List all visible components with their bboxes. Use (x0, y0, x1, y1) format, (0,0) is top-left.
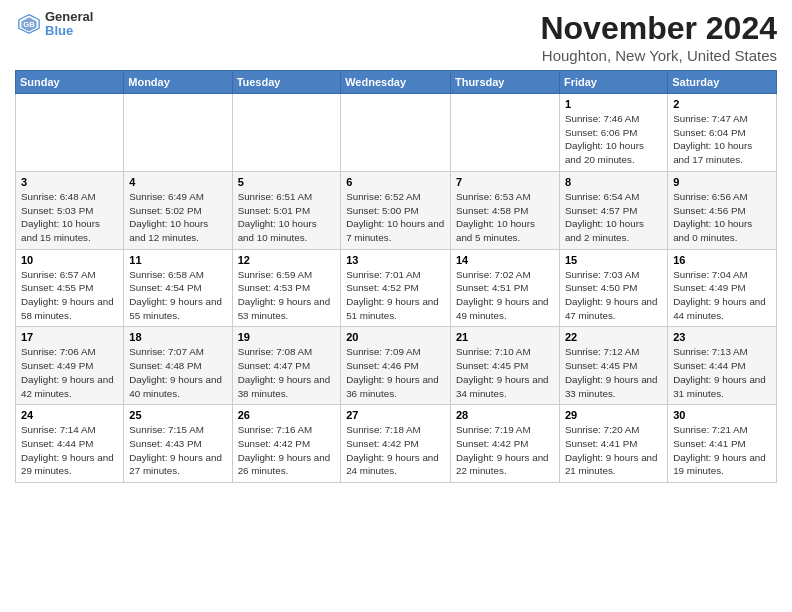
header: GB General Blue November 2024 Houghton, … (15, 10, 777, 64)
day-info: Sunrise: 7:20 AM Sunset: 4:41 PM Dayligh… (565, 423, 662, 478)
calendar-cell: 1Sunrise: 7:46 AM Sunset: 6:06 PM Daylig… (559, 94, 667, 172)
calendar-cell: 23Sunrise: 7:13 AM Sunset: 4:44 PM Dayli… (668, 327, 777, 405)
calendar-cell: 17Sunrise: 7:06 AM Sunset: 4:49 PM Dayli… (16, 327, 124, 405)
day-info: Sunrise: 7:08 AM Sunset: 4:47 PM Dayligh… (238, 345, 336, 400)
calendar-cell: 21Sunrise: 7:10 AM Sunset: 4:45 PM Dayli… (450, 327, 559, 405)
day-number: 9 (673, 176, 771, 188)
day-number: 12 (238, 254, 336, 266)
calendar-cell: 26Sunrise: 7:16 AM Sunset: 4:42 PM Dayli… (232, 405, 341, 483)
day-number: 11 (129, 254, 226, 266)
calendar-cell (450, 94, 559, 172)
day-number: 3 (21, 176, 118, 188)
calendar-cell: 25Sunrise: 7:15 AM Sunset: 4:43 PM Dayli… (124, 405, 232, 483)
day-number: 4 (129, 176, 226, 188)
calendar-week-row: 17Sunrise: 7:06 AM Sunset: 4:49 PM Dayli… (16, 327, 777, 405)
logo-general-text: General (45, 10, 93, 24)
month-title: November 2024 (540, 10, 777, 47)
calendar-header-row: SundayMondayTuesdayWednesdayThursdayFrid… (16, 71, 777, 94)
day-number: 19 (238, 331, 336, 343)
day-number: 18 (129, 331, 226, 343)
calendar-cell: 24Sunrise: 7:14 AM Sunset: 4:44 PM Dayli… (16, 405, 124, 483)
day-info: Sunrise: 7:02 AM Sunset: 4:51 PM Dayligh… (456, 268, 554, 323)
day-info: Sunrise: 6:48 AM Sunset: 5:03 PM Dayligh… (21, 190, 118, 245)
calendar-cell: 11Sunrise: 6:58 AM Sunset: 4:54 PM Dayli… (124, 249, 232, 327)
day-of-week-header: Thursday (450, 71, 559, 94)
day-info: Sunrise: 7:13 AM Sunset: 4:44 PM Dayligh… (673, 345, 771, 400)
calendar-cell: 16Sunrise: 7:04 AM Sunset: 4:49 PM Dayli… (668, 249, 777, 327)
day-info: Sunrise: 6:58 AM Sunset: 4:54 PM Dayligh… (129, 268, 226, 323)
day-info: Sunrise: 7:06 AM Sunset: 4:49 PM Dayligh… (21, 345, 118, 400)
main-container: GB General Blue November 2024 Houghton, … (0, 0, 792, 493)
day-info: Sunrise: 7:07 AM Sunset: 4:48 PM Dayligh… (129, 345, 226, 400)
day-info: Sunrise: 6:59 AM Sunset: 4:53 PM Dayligh… (238, 268, 336, 323)
calendar-cell (341, 94, 451, 172)
day-info: Sunrise: 6:57 AM Sunset: 4:55 PM Dayligh… (21, 268, 118, 323)
calendar-cell: 13Sunrise: 7:01 AM Sunset: 4:52 PM Dayli… (341, 249, 451, 327)
calendar-cell: 14Sunrise: 7:02 AM Sunset: 4:51 PM Dayli… (450, 249, 559, 327)
calendar-cell: 30Sunrise: 7:21 AM Sunset: 4:41 PM Dayli… (668, 405, 777, 483)
day-number: 15 (565, 254, 662, 266)
calendar-cell (124, 94, 232, 172)
day-number: 24 (21, 409, 118, 421)
day-info: Sunrise: 7:21 AM Sunset: 4:41 PM Dayligh… (673, 423, 771, 478)
calendar-cell: 22Sunrise: 7:12 AM Sunset: 4:45 PM Dayli… (559, 327, 667, 405)
calendar-cell (16, 94, 124, 172)
day-info: Sunrise: 6:49 AM Sunset: 5:02 PM Dayligh… (129, 190, 226, 245)
calendar-cell (232, 94, 341, 172)
day-number: 30 (673, 409, 771, 421)
day-info: Sunrise: 7:10 AM Sunset: 4:45 PM Dayligh… (456, 345, 554, 400)
day-number: 14 (456, 254, 554, 266)
day-number: 27 (346, 409, 445, 421)
day-number: 25 (129, 409, 226, 421)
day-info: Sunrise: 7:12 AM Sunset: 4:45 PM Dayligh… (565, 345, 662, 400)
calendar-week-row: 10Sunrise: 6:57 AM Sunset: 4:55 PM Dayli… (16, 249, 777, 327)
day-of-week-header: Friday (559, 71, 667, 94)
day-info: Sunrise: 7:18 AM Sunset: 4:42 PM Dayligh… (346, 423, 445, 478)
calendar-cell: 27Sunrise: 7:18 AM Sunset: 4:42 PM Dayli… (341, 405, 451, 483)
calendar-cell: 20Sunrise: 7:09 AM Sunset: 4:46 PM Dayli… (341, 327, 451, 405)
day-info: Sunrise: 7:47 AM Sunset: 6:04 PM Dayligh… (673, 112, 771, 167)
day-info: Sunrise: 7:16 AM Sunset: 4:42 PM Dayligh… (238, 423, 336, 478)
day-number: 10 (21, 254, 118, 266)
day-info: Sunrise: 6:53 AM Sunset: 4:58 PM Dayligh… (456, 190, 554, 245)
logo-blue-text: Blue (45, 24, 93, 38)
day-of-week-header: Tuesday (232, 71, 341, 94)
day-info: Sunrise: 7:03 AM Sunset: 4:50 PM Dayligh… (565, 268, 662, 323)
day-number: 5 (238, 176, 336, 188)
logo-icon: GB (15, 13, 43, 35)
day-number: 26 (238, 409, 336, 421)
calendar-cell: 8Sunrise: 6:54 AM Sunset: 4:57 PM Daylig… (559, 171, 667, 249)
day-number: 2 (673, 98, 771, 110)
calendar-cell: 5Sunrise: 6:51 AM Sunset: 5:01 PM Daylig… (232, 171, 341, 249)
title-section: November 2024 Houghton, New York, United… (540, 10, 777, 64)
day-number: 22 (565, 331, 662, 343)
calendar-cell: 15Sunrise: 7:03 AM Sunset: 4:50 PM Dayli… (559, 249, 667, 327)
day-number: 8 (565, 176, 662, 188)
calendar-cell: 7Sunrise: 6:53 AM Sunset: 4:58 PM Daylig… (450, 171, 559, 249)
day-number: 1 (565, 98, 662, 110)
day-info: Sunrise: 6:51 AM Sunset: 5:01 PM Dayligh… (238, 190, 336, 245)
calendar-cell: 2Sunrise: 7:47 AM Sunset: 6:04 PM Daylig… (668, 94, 777, 172)
day-of-week-header: Saturday (668, 71, 777, 94)
day-of-week-header: Sunday (16, 71, 124, 94)
calendar-cell: 4Sunrise: 6:49 AM Sunset: 5:02 PM Daylig… (124, 171, 232, 249)
day-number: 23 (673, 331, 771, 343)
day-info: Sunrise: 6:52 AM Sunset: 5:00 PM Dayligh… (346, 190, 445, 245)
calendar-cell: 6Sunrise: 6:52 AM Sunset: 5:00 PM Daylig… (341, 171, 451, 249)
day-info: Sunrise: 6:56 AM Sunset: 4:56 PM Dayligh… (673, 190, 771, 245)
calendar-cell: 18Sunrise: 7:07 AM Sunset: 4:48 PM Dayli… (124, 327, 232, 405)
day-number: 20 (346, 331, 445, 343)
logo: GB General Blue (15, 10, 93, 39)
day-number: 29 (565, 409, 662, 421)
day-info: Sunrise: 7:19 AM Sunset: 4:42 PM Dayligh… (456, 423, 554, 478)
day-number: 7 (456, 176, 554, 188)
calendar-cell: 29Sunrise: 7:20 AM Sunset: 4:41 PM Dayli… (559, 405, 667, 483)
day-info: Sunrise: 7:09 AM Sunset: 4:46 PM Dayligh… (346, 345, 445, 400)
calendar-cell: 10Sunrise: 6:57 AM Sunset: 4:55 PM Dayli… (16, 249, 124, 327)
day-number: 16 (673, 254, 771, 266)
svg-text:GB: GB (23, 20, 35, 29)
day-info: Sunrise: 7:04 AM Sunset: 4:49 PM Dayligh… (673, 268, 771, 323)
calendar-cell: 28Sunrise: 7:19 AM Sunset: 4:42 PM Dayli… (450, 405, 559, 483)
calendar-cell: 12Sunrise: 6:59 AM Sunset: 4:53 PM Dayli… (232, 249, 341, 327)
day-info: Sunrise: 7:15 AM Sunset: 4:43 PM Dayligh… (129, 423, 226, 478)
